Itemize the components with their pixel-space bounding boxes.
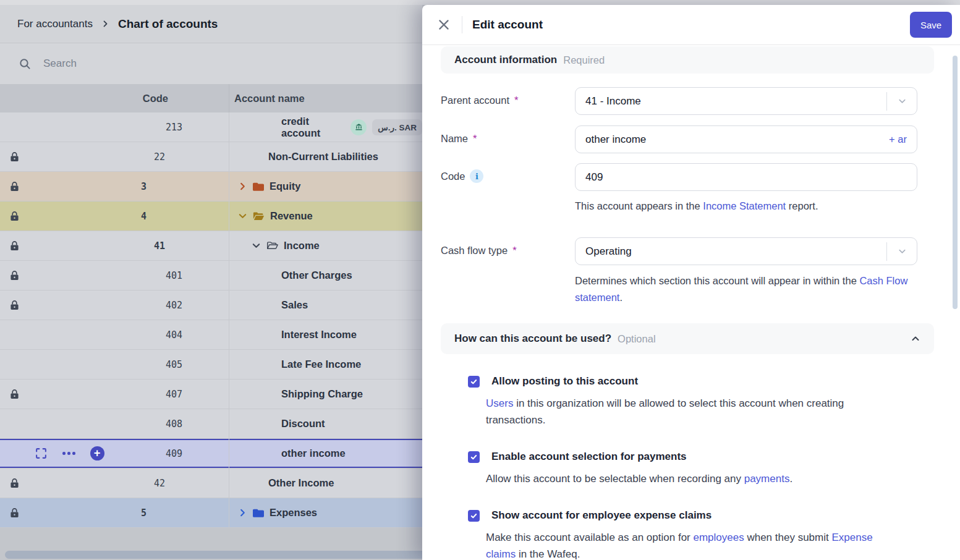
vertical-scrollbar[interactable] xyxy=(953,56,958,309)
cash-flow-type-select[interactable]: Operating xyxy=(575,237,917,265)
chevron-up-icon[interactable] xyxy=(911,334,920,344)
cash-flow-type-field-row: Cash flow type* Operating xyxy=(441,237,934,265)
chart-of-accounts-page: For accountants Chart of accounts Code A… xyxy=(0,5,422,560)
horizontal-scrollbar[interactable] xyxy=(5,551,422,559)
account-name: Other Charges xyxy=(281,269,352,281)
add-arabic-translation-link[interactable]: + ar xyxy=(889,134,907,145)
account-code: 22 xyxy=(154,151,165,163)
lock-icon xyxy=(10,240,19,251)
section-badge: Required xyxy=(563,54,605,66)
search-input[interactable] xyxy=(43,57,291,70)
folder-icon xyxy=(253,508,264,517)
payments-checkbox[interactable] xyxy=(468,451,480,463)
table-header: Code Account name xyxy=(0,84,422,112)
table-row[interactable]: 42 Other Income xyxy=(0,469,422,498)
table-row[interactable]: 5 Expenses xyxy=(0,498,422,528)
table-row[interactable]: 22 Non-Current Liabilities xyxy=(0,142,422,172)
table-row[interactable]: 405 Late Fee Income xyxy=(0,350,422,380)
breadcrumb: For accountants Chart of accounts xyxy=(0,5,422,43)
allow-posting-checkbox-row: Allow posting to this account xyxy=(468,375,934,388)
column-header-code[interactable]: Code xyxy=(0,84,229,112)
account-name: Expenses xyxy=(270,507,317,519)
close-icon[interactable] xyxy=(436,17,452,33)
parent-account-select[interactable]: 41 - Income xyxy=(575,87,917,115)
income-statement-link[interactable]: Income Statement xyxy=(703,200,786,211)
table-row[interactable]: 401 Other Charges xyxy=(0,261,422,291)
account-code: 404 xyxy=(166,329,182,341)
lock-icon xyxy=(10,270,19,281)
chevron-right-icon[interactable] xyxy=(238,508,247,517)
expand-row-icon[interactable] xyxy=(35,447,48,460)
code-field-row: Code i 409 xyxy=(441,163,934,191)
lock-icon xyxy=(10,181,19,192)
folder-open-outline-icon xyxy=(266,241,278,250)
account-code: 401 xyxy=(166,270,182,281)
account-name: Sales xyxy=(281,299,308,311)
employees-link[interactable]: employees xyxy=(693,532,744,543)
account-name: Revenue xyxy=(270,210,313,222)
table-row[interactable]: 408 Discount xyxy=(0,409,422,439)
table-row[interactable]: 213 credit account ر.س. SAR xyxy=(0,112,422,142)
users-link[interactable]: Users xyxy=(486,397,513,409)
section-account-information: Account information Required xyxy=(441,46,934,74)
allow-posting-checkbox[interactable] xyxy=(468,376,480,388)
lock-icon xyxy=(10,151,19,162)
code-helper-text: This account appears in the Income State… xyxy=(575,198,917,214)
allow-posting-label: Allow posting to this account xyxy=(491,375,638,388)
account-code: 408 xyxy=(166,418,182,430)
table-row[interactable]: 3 Equity xyxy=(0,172,422,202)
table-row[interactable]: 404 Interest Income xyxy=(0,320,422,350)
section-title: How can this account be used? xyxy=(454,333,611,345)
expense-claims-checkbox[interactable] xyxy=(468,510,480,522)
code-input[interactable]: 409 xyxy=(575,163,917,191)
table-row[interactable]: 41 Income xyxy=(0,231,422,261)
column-header-account-name[interactable]: Account name xyxy=(229,84,422,112)
save-button[interactable]: Save xyxy=(910,12,952,38)
name-value: other income xyxy=(585,134,646,146)
info-icon[interactable]: i xyxy=(470,169,483,183)
payments-link[interactable]: payments xyxy=(744,473,790,485)
lock-icon xyxy=(10,211,19,221)
name-label: Name* xyxy=(441,125,575,153)
add-sub-account-button[interactable]: + xyxy=(90,446,104,460)
payments-helper-text: Allow this account to be selectable when… xyxy=(486,470,886,487)
name-field-row: Name* other income + ar xyxy=(441,125,934,153)
section-title: Account information xyxy=(454,54,557,66)
table-row[interactable]: 402 Sales xyxy=(0,291,422,320)
account-code: 3 xyxy=(141,181,147,192)
breadcrumb-parent-link[interactable]: For accountants xyxy=(17,18,93,30)
parent-account-field-row: Parent account* 41 - Income xyxy=(441,87,934,115)
breadcrumb-separator-icon xyxy=(101,20,109,28)
chevron-down-icon[interactable] xyxy=(238,211,247,221)
accounts-search-bar xyxy=(0,43,422,84)
section-how-account-used[interactable]: How can this account be used? Optional xyxy=(441,323,934,354)
required-asterisk: * xyxy=(473,133,477,145)
more-actions-icon[interactable] xyxy=(62,452,75,455)
drawer-body: Account information Required Parent acco… xyxy=(422,45,960,560)
account-code: 409 xyxy=(166,448,182,459)
chevron-right-icon[interactable] xyxy=(238,182,247,191)
cash-flow-type-value: Operating xyxy=(585,245,632,258)
account-code: 213 xyxy=(166,122,182,133)
allow-posting-helper-text: Users in this organization will be allow… xyxy=(486,395,886,428)
header-divider xyxy=(462,16,462,33)
section-badge: Optional xyxy=(618,333,655,345)
account-name: other income xyxy=(281,448,346,459)
drawer-header: Edit account Save xyxy=(422,5,960,45)
account-name: Non-Current Liabilities xyxy=(268,151,378,163)
account-code: 402 xyxy=(166,300,182,311)
cash-flow-type-label: Cash flow type* xyxy=(441,237,575,265)
cash-flow-helper-text: Determines which section this account wi… xyxy=(575,273,917,306)
chevron-down-icon[interactable] xyxy=(252,241,261,250)
page-top-strip xyxy=(0,0,960,5)
table-row[interactable]: 4 Revenue xyxy=(0,202,422,231)
account-code: 5 xyxy=(141,507,147,519)
chevron-down-icon[interactable] xyxy=(886,92,917,111)
account-name: credit account xyxy=(281,116,345,139)
table-row-selected[interactable]: + 409 other income xyxy=(0,439,422,469)
folder-icon xyxy=(253,182,264,191)
table-row[interactable]: 407 Shipping Charge xyxy=(0,380,422,409)
name-input[interactable]: other income + ar xyxy=(575,125,917,153)
required-asterisk: * xyxy=(512,245,516,257)
chevron-down-icon[interactable] xyxy=(886,242,917,261)
